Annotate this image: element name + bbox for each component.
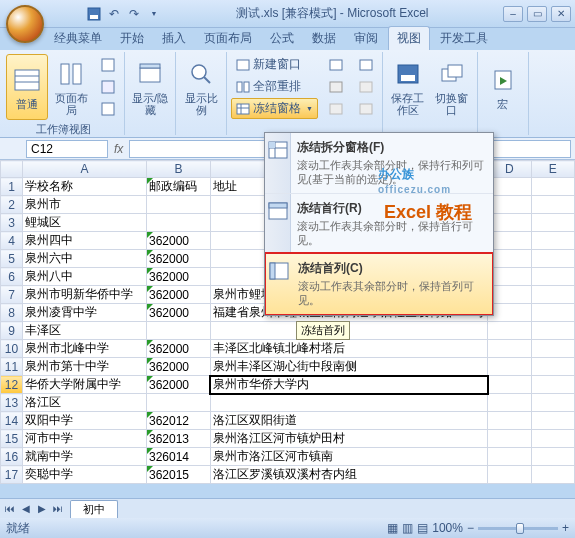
cell[interactable]: 362000: [146, 268, 210, 286]
cell[interactable]: [210, 394, 487, 412]
col-header[interactable]: D: [488, 161, 532, 178]
tab-nav-last[interactable]: ⏭: [50, 501, 66, 517]
name-box[interactable]: C12: [26, 140, 108, 158]
tab-nav-next[interactable]: ▶: [34, 501, 50, 517]
row-header[interactable]: 1: [1, 178, 23, 196]
normal-view-button[interactable]: 普通: [6, 54, 48, 120]
tab-developer[interactable]: 开发工具: [432, 27, 496, 50]
tab-nav-prev[interactable]: ◀: [18, 501, 34, 517]
row-header[interactable]: 17: [1, 466, 23, 484]
freeze-panes-button[interactable]: 冻结窗格▼: [231, 98, 318, 119]
save-workspace-button[interactable]: 保存工作区: [387, 54, 429, 120]
cell[interactable]: [531, 304, 574, 322]
unhide-button[interactable]: [324, 98, 348, 119]
tab-pagelayout[interactable]: 页面布局: [196, 27, 260, 50]
cell[interactable]: [488, 394, 532, 412]
cell[interactable]: [488, 340, 532, 358]
macros-button[interactable]: 宏: [482, 54, 524, 120]
cell[interactable]: 362000: [146, 376, 210, 394]
col-header[interactable]: B: [146, 161, 210, 178]
cell[interactable]: 362000: [146, 304, 210, 322]
zoom-percent[interactable]: 100%: [432, 521, 463, 535]
row-header[interactable]: 12: [1, 376, 23, 394]
cell[interactable]: [146, 214, 210, 232]
row-header[interactable]: 5: [1, 250, 23, 268]
arrange-all-button[interactable]: 全部重排: [231, 76, 318, 97]
tab-data[interactable]: 数据: [304, 27, 344, 50]
cell[interactable]: 泉州洛江区河市镇炉田村: [210, 430, 487, 448]
col-header[interactable]: E: [531, 161, 574, 178]
sheet-tab[interactable]: 初中: [70, 500, 118, 518]
cell[interactable]: [531, 286, 574, 304]
row-header[interactable]: 2: [1, 196, 23, 214]
cell[interactable]: 泉州四中: [23, 232, 147, 250]
row-header[interactable]: 13: [1, 394, 23, 412]
cell[interactable]: 362000: [146, 286, 210, 304]
cell[interactable]: [146, 322, 210, 340]
cell[interactable]: 洛江区双阳街道: [210, 412, 487, 430]
cell[interactable]: 丰泽区北峰镇北峰村塔后: [210, 340, 487, 358]
cell[interactable]: [531, 250, 574, 268]
row-header[interactable]: 3: [1, 214, 23, 232]
tab-formulas[interactable]: 公式: [262, 27, 302, 50]
row-header[interactable]: 10: [1, 340, 23, 358]
cell[interactable]: [488, 412, 532, 430]
row-header[interactable]: 9: [1, 322, 23, 340]
cell[interactable]: 泉州市明新华侨中学: [23, 286, 147, 304]
zoom-in-button[interactable]: +: [562, 521, 569, 535]
row-header[interactable]: 16: [1, 448, 23, 466]
tab-classic[interactable]: 经典菜单: [46, 27, 110, 50]
cell[interactable]: 双阳中学: [23, 412, 147, 430]
sync-scroll-2[interactable]: [354, 76, 378, 97]
cell[interactable]: [488, 304, 532, 322]
sync-scroll-1[interactable]: [354, 54, 378, 75]
cell[interactable]: [531, 430, 574, 448]
freeze-top-row-item[interactable]: 冻结首行(R) 滚动工作表其余部分时，保持首行可见。: [265, 193, 493, 254]
custom-views-button[interactable]: [96, 77, 120, 98]
cell[interactable]: [531, 466, 574, 484]
pagelayout-view-button[interactable]: 页面布局: [50, 54, 92, 120]
show-hide-button[interactable]: 显示/隐藏: [129, 54, 171, 120]
cell[interactable]: [531, 358, 574, 376]
save-icon[interactable]: [86, 6, 102, 22]
cell[interactable]: 洛江区: [23, 394, 147, 412]
tab-nav-first[interactable]: ⏮: [2, 501, 18, 517]
cell[interactable]: [531, 178, 574, 196]
cell[interactable]: 泉州市: [23, 196, 147, 214]
undo-icon[interactable]: ↶: [106, 6, 122, 22]
tab-review[interactable]: 审阅: [346, 27, 386, 50]
cell[interactable]: 邮政编码: [146, 178, 210, 196]
hide-button[interactable]: [324, 76, 348, 97]
cell[interactable]: [531, 196, 574, 214]
cell[interactable]: 泉州市第十中学: [23, 358, 147, 376]
office-button[interactable]: [6, 5, 44, 43]
cell[interactable]: [146, 394, 210, 412]
cell[interactable]: 鲤城区: [23, 214, 147, 232]
reset-pos[interactable]: [354, 98, 378, 119]
cell[interactable]: 362000: [146, 358, 210, 376]
cell[interactable]: 丰泽区: [23, 322, 147, 340]
col-header[interactable]: A: [23, 161, 147, 178]
cell[interactable]: [488, 232, 532, 250]
view-layout-icon[interactable]: ▥: [402, 521, 413, 535]
switch-windows-button[interactable]: 切换窗口: [431, 54, 473, 120]
cell[interactable]: 就南中学: [23, 448, 147, 466]
cell[interactable]: 泉州丰泽区湖心街中段南侧: [210, 358, 487, 376]
view-break-icon[interactable]: ▤: [417, 521, 428, 535]
zoom-slider[interactable]: [478, 527, 558, 530]
cell[interactable]: [531, 322, 574, 340]
cell[interactable]: [488, 430, 532, 448]
new-window-button[interactable]: 新建窗口: [231, 54, 318, 75]
row-header[interactable]: 14: [1, 412, 23, 430]
cell[interactable]: [531, 340, 574, 358]
cell[interactable]: [488, 376, 532, 394]
minimize-button[interactable]: –: [503, 6, 523, 22]
cell[interactable]: [531, 268, 574, 286]
cell[interactable]: 河市中学: [23, 430, 147, 448]
cell[interactable]: [531, 394, 574, 412]
cell[interactable]: 362012: [146, 412, 210, 430]
cell[interactable]: [531, 376, 574, 394]
restore-button[interactable]: ▭: [527, 6, 547, 22]
tab-view[interactable]: 视图: [388, 26, 430, 50]
freeze-split-item[interactable]: 冻结拆分窗格(F) 滚动工作表其余部分时，保持行和列可见(基于当前的选定)。: [265, 133, 493, 193]
